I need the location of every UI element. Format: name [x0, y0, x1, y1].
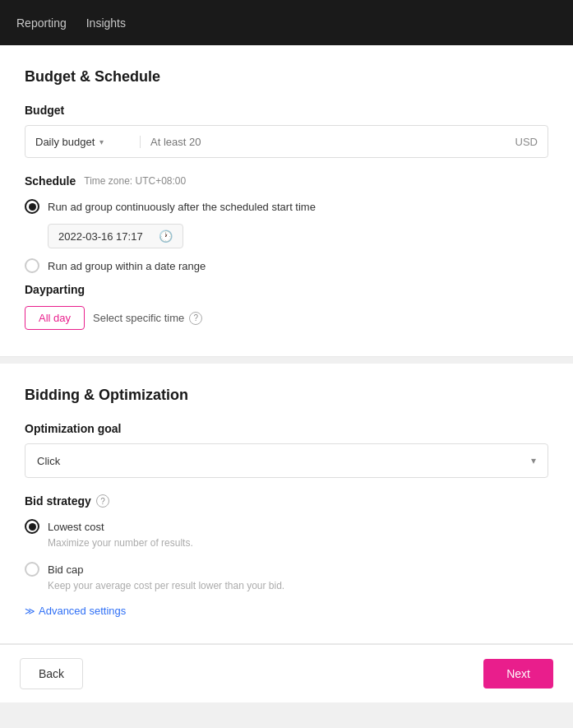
- optimization-goal-select[interactable]: Click ▾: [25, 443, 548, 478]
- bid-strategy-group: Bid strategy ? Lowest cost Maximize your…: [25, 494, 548, 617]
- bid-cap-radio[interactable]: [25, 562, 39, 577]
- back-button[interactable]: Back: [20, 658, 83, 689]
- dayparting-group: Dayparting All day Select specific time …: [25, 283, 548, 330]
- schedule-label: Schedule: [25, 174, 76, 188]
- budget-amount-input[interactable]: [141, 136, 506, 148]
- optimization-goal-label: Optimization goal: [25, 422, 548, 435]
- advanced-settings-chevron-icon: ≫: [25, 605, 35, 617]
- daypart-buttons-row: All day Select specific time ?: [25, 306, 548, 330]
- bid-strategy-label: Bid strategy: [25, 494, 91, 508]
- bid-cap-option: Bid cap Keep your average cost per resul…: [25, 562, 548, 591]
- timezone-label: Time zone: UTC+08:00: [84, 175, 186, 187]
- section-divider: [0, 357, 573, 364]
- all-day-button[interactable]: All day: [25, 306, 85, 330]
- budget-label: Budget: [25, 104, 548, 117]
- lowest-cost-description: Maximize your number of results.: [48, 537, 548, 549]
- next-button[interactable]: Next: [483, 659, 553, 689]
- schedule-continuous-radio[interactable]: [25, 199, 39, 214]
- bid-cap-description: Keep your average cost per result lower …: [48, 580, 548, 591]
- lowest-cost-label: Lowest cost: [48, 521, 104, 533]
- advanced-settings-label: Advanced settings: [39, 605, 126, 617]
- nav-item-insights[interactable]: Insights: [86, 16, 126, 30]
- schedule-group: Schedule Time zone: UTC+08:00 Run ad gro…: [25, 174, 548, 273]
- advanced-settings-link[interactable]: ≫ Advanced settings: [25, 605, 548, 617]
- budget-select-chevron-icon: ▾: [99, 137, 104, 146]
- schedule-daterange-option[interactable]: Run ad group within a date range: [25, 258, 548, 273]
- datetime-value: 2022-03-16 17:17: [58, 230, 143, 243]
- budget-currency-label: USD: [506, 136, 548, 148]
- select-specific-time-button[interactable]: Select specific time ?: [93, 312, 202, 325]
- dayparting-label: Dayparting: [25, 283, 548, 296]
- budget-schedule-section: Budget & Schedule Budget Daily budget ▾ …: [0, 45, 573, 357]
- bidding-title: Bidding & Optimization: [25, 387, 548, 404]
- schedule-daterange-label: Run ad group within a date range: [48, 260, 206, 272]
- bidding-section: Bidding & Optimization Optimization goal…: [0, 364, 573, 644]
- top-nav: Reporting Insights: [0, 0, 573, 45]
- budget-schedule-title: Budget & Schedule: [25, 68, 548, 86]
- optimization-select-chevron-icon: ▾: [531, 455, 536, 466]
- budget-input-row: Daily budget ▾ USD: [25, 125, 548, 158]
- lowest-cost-radio[interactable]: [25, 519, 39, 534]
- specific-time-info-icon: ?: [189, 312, 202, 325]
- schedule-header: Schedule Time zone: UTC+08:00: [25, 174, 548, 188]
- lowest-cost-option: Lowest cost Maximize your number of resu…: [25, 519, 548, 549]
- budget-type-value: Daily budget: [35, 136, 95, 148]
- clock-icon: 🕐: [159, 230, 173, 243]
- optimization-goal-value: Click: [37, 455, 60, 467]
- schedule-continuous-option[interactable]: Run ad group continuously after the sche…: [25, 199, 548, 214]
- bid-cap-label: Bid cap: [48, 563, 83, 576]
- schedule-daterange-radio[interactable]: [25, 258, 39, 273]
- bid-strategy-header: Bid strategy ?: [25, 494, 548, 508]
- budget-type-select[interactable]: Daily budget ▾: [25, 136, 141, 148]
- bid-strategy-info-icon[interactable]: ?: [96, 494, 109, 508]
- schedule-continuous-label: Run ad group continuously after the sche…: [48, 201, 316, 213]
- specific-time-label: Select specific time: [93, 312, 184, 324]
- lowest-cost-header[interactable]: Lowest cost: [25, 519, 548, 534]
- budget-field-group: Budget Daily budget ▾ USD: [25, 104, 548, 158]
- nav-item-reporting[interactable]: Reporting: [16, 16, 67, 30]
- schedule-datetime-input[interactable]: 2022-03-16 17:17 🕐: [48, 224, 183, 248]
- bid-cap-header[interactable]: Bid cap: [25, 562, 548, 577]
- optimization-goal-group: Optimization goal Click ▾: [25, 422, 548, 478]
- footer: Back Next: [0, 644, 573, 702]
